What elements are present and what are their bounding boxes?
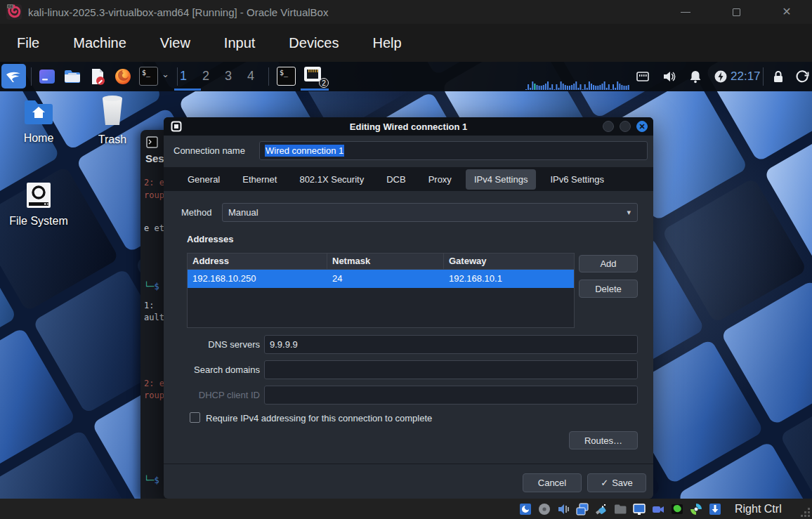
- display-status-icon[interactable]: [632, 502, 646, 516]
- close-button[interactable]: ✕: [761, 0, 812, 24]
- logout-icon[interactable]: [795, 70, 809, 84]
- tab-general[interactable]: General: [179, 169, 228, 190]
- desktop-icon-label: Home: [4, 132, 74, 145]
- network-status-icon[interactable]: [575, 502, 589, 516]
- add-button[interactable]: Add: [579, 255, 638, 272]
- dns-servers-input[interactable]: 9.9.9.9: [264, 335, 638, 354]
- svg-text:64: 64: [8, 4, 12, 8]
- cell-address[interactable]: 192.168.10.250: [188, 270, 327, 288]
- network-editor-task-icon[interactable]: 2: [302, 65, 326, 86]
- hdd-status-icon[interactable]: [518, 502, 532, 516]
- tab-dcb[interactable]: DCB: [378, 169, 414, 190]
- kali-panel: $_ ⌄ 1 2 3 4 $_ 2: [0, 62, 812, 91]
- resize-grip[interactable]: [801, 508, 810, 517]
- terminal-line: e et: [144, 223, 164, 233]
- panel-separator: [268, 67, 269, 86]
- terminal-prompt: └─$: [144, 475, 159, 485]
- method-select[interactable]: Manual ▾: [222, 203, 638, 222]
- desktop-icon-home[interactable]: Home: [4, 97, 74, 145]
- addresses-table[interactable]: Address Netmask Gateway 192.168.10.250 2…: [187, 253, 575, 328]
- audio-status-icon[interactable]: [556, 502, 570, 516]
- method-label: Method: [181, 207, 211, 218]
- file-manager-icon[interactable]: [63, 67, 81, 86]
- menu-machine[interactable]: Machine: [56, 24, 143, 62]
- cancel-button[interactable]: Cancel: [523, 473, 582, 492]
- cell-netmask[interactable]: 24: [327, 270, 444, 288]
- connection-editor-dialog: Editing Wired connection 1 ✕ Connection …: [164, 117, 653, 499]
- panel-separator: [763, 67, 764, 86]
- panel-clock[interactable]: 22:17: [731, 62, 761, 91]
- workspace-2[interactable]: 2: [195, 62, 216, 90]
- kali-menu-button[interactable]: [1, 64, 26, 88]
- vbox-menubar: File Machine View Input Devices Help: [0, 24, 812, 62]
- features-status-icon[interactable]: [670, 502, 684, 516]
- column-address[interactable]: Address: [188, 254, 327, 269]
- address-row-selected[interactable]: 192.168.10.250 24 192.168.10.1: [188, 270, 574, 288]
- cpu-graph[interactable]: [525, 76, 632, 90]
- trash-icon: [97, 93, 128, 128]
- tab-ipv6-settings[interactable]: IPv6 Settings: [542, 169, 613, 190]
- home-folder-icon: [22, 97, 55, 126]
- column-netmask[interactable]: Netmask: [327, 254, 444, 269]
- require-ipv4-checkbox-label[interactable]: Require IPv4 addressing for this connect…: [206, 413, 432, 423]
- notification-bell-icon[interactable]: [688, 70, 702, 84]
- workspace-3[interactable]: 3: [218, 62, 239, 90]
- method-value: Manual: [228, 207, 258, 218]
- maximize-button[interactable]: [711, 0, 761, 24]
- column-gateway[interactable]: Gateway: [444, 254, 574, 269]
- dialog-close-button[interactable]: ✕: [636, 121, 648, 132]
- dhcp-client-id-input[interactable]: [264, 386, 638, 405]
- workspace-4[interactable]: 4: [240, 62, 261, 90]
- tab-8021x-security[interactable]: 802.1X Security: [291, 169, 372, 190]
- recording-status-icon[interactable]: [651, 502, 665, 516]
- keyboard-capture-status-icon[interactable]: [708, 502, 722, 516]
- save-button[interactable]: ✓ Save: [587, 473, 646, 492]
- minimize-button[interactable]: [660, 0, 711, 24]
- check-icon: ✓: [601, 478, 608, 488]
- terminal-menu-label: Ses: [145, 152, 164, 164]
- desktop-icon-label: File System: [4, 215, 74, 228]
- delete-button[interactable]: Delete: [579, 280, 638, 298]
- tab-proxy[interactable]: Proxy: [420, 169, 460, 190]
- drive-icon: [24, 181, 53, 209]
- window-manager-icon[interactable]: [38, 67, 56, 86]
- search-domains-input[interactable]: [264, 360, 638, 379]
- mouse-integration-status-icon[interactable]: [689, 502, 703, 516]
- terminal-task-icon[interactable]: $_: [277, 67, 296, 86]
- menu-input[interactable]: Input: [207, 24, 272, 62]
- terminal-launcher-icon[interactable]: $_: [139, 67, 158, 86]
- dialog-maximize-button[interactable]: [620, 121, 631, 132]
- firefox-icon[interactable]: [114, 67, 132, 86]
- usb-status-icon[interactable]: [594, 502, 608, 516]
- menu-view[interactable]: View: [143, 24, 207, 62]
- dialog-titlebar[interactable]: Editing Wired connection 1 ✕: [164, 117, 653, 136]
- chevron-down-icon: ▾: [627, 208, 631, 217]
- volume-icon[interactable]: [662, 70, 676, 84]
- optical-disc-status-icon[interactable]: [537, 502, 551, 516]
- dialog-minimize-button[interactable]: [603, 121, 614, 132]
- shared-folders-status-icon[interactable]: [613, 502, 627, 516]
- lock-screen-icon[interactable]: [771, 70, 785, 84]
- connection-name-input[interactable]: Wired connection 1: [259, 141, 648, 160]
- desktop-icon-trash[interactable]: Trash: [77, 93, 148, 146]
- menu-file[interactable]: File: [0, 24, 56, 62]
- dns-servers-label: DNS servers: [172, 339, 260, 350]
- dialog-divider: [164, 464, 653, 464]
- network-tray-icon[interactable]: [636, 70, 650, 84]
- active-workspace-underline: [174, 88, 201, 91]
- power-manager-icon[interactable]: [714, 70, 728, 84]
- vm-display: $_ ⌄ 1 2 3 4 $_ 2: [0, 62, 812, 499]
- routes-button[interactable]: Routes…: [569, 431, 638, 449]
- dhcp-client-id-label: DHCP client ID: [172, 390, 260, 400]
- text-editor-icon[interactable]: [89, 67, 107, 86]
- workspace-1[interactable]: 1: [173, 62, 194, 90]
- require-ipv4-checkbox[interactable]: [190, 412, 200, 423]
- tab-ipv4-settings[interactable]: IPv4 Settings: [466, 169, 537, 190]
- terminal-dropdown-chevron-icon[interactable]: ⌄: [162, 69, 169, 79]
- menu-devices[interactable]: Devices: [272, 24, 355, 62]
- desktop-icon-file-system[interactable]: File System: [4, 181, 74, 228]
- tab-ethernet[interactable]: Ethernet: [234, 169, 285, 190]
- cell-gateway[interactable]: 192.168.10.1: [444, 270, 574, 288]
- menu-help[interactable]: Help: [355, 24, 418, 62]
- terminal-prompt-glyph: $_: [142, 69, 150, 77]
